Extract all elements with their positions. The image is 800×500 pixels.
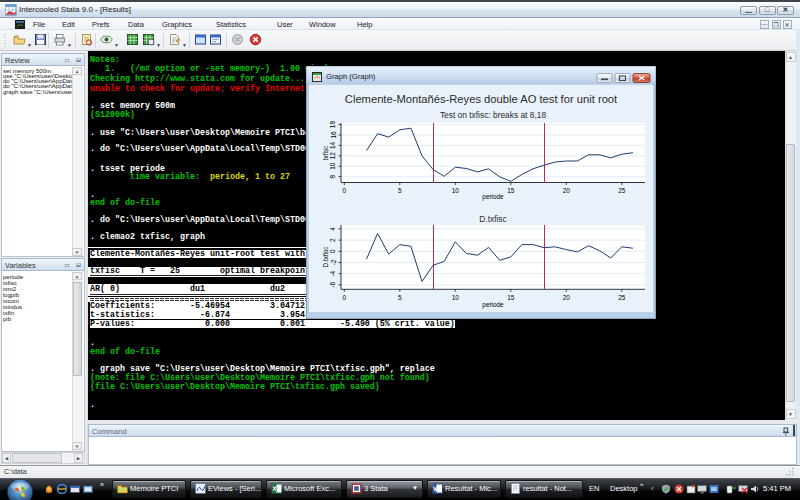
- svg-text:15: 15: [507, 187, 515, 194]
- svg-text:Test on txfisc: breaks at 8,18: Test on txfisc: breaks at 8,18: [440, 110, 546, 120]
- svg-text:txfisc: txfisc: [322, 145, 329, 160]
- svg-text:5: 5: [398, 294, 402, 301]
- svg-text:10: 10: [452, 294, 460, 301]
- svg-text:18: 18: [330, 121, 337, 129]
- svg-text:10: 10: [330, 162, 337, 170]
- svg-text:16: 16: [330, 131, 337, 139]
- svg-text:14: 14: [330, 141, 337, 149]
- svg-text:15: 15: [507, 294, 515, 301]
- svg-text:periode: periode: [482, 301, 504, 309]
- svg-text:25: 25: [618, 187, 626, 194]
- svg-text:-2: -2: [330, 259, 337, 265]
- svg-text:periode: periode: [482, 193, 504, 201]
- svg-text:2: 2: [330, 238, 337, 242]
- svg-text:D.txfisc: D.txfisc: [322, 246, 329, 268]
- svg-text:0: 0: [343, 187, 347, 194]
- svg-text:5: 5: [398, 187, 402, 194]
- svg-text:-6: -6: [330, 282, 337, 288]
- svg-text:4: 4: [330, 227, 337, 231]
- svg-text:12: 12: [330, 152, 337, 160]
- svg-text:25: 25: [618, 294, 626, 301]
- svg-text:20: 20: [563, 294, 571, 301]
- svg-text:0: 0: [330, 249, 337, 253]
- svg-text:8: 8: [330, 174, 337, 178]
- svg-text:D.txfisc: D.txfisc: [479, 214, 506, 224]
- svg-text:0: 0: [343, 294, 347, 301]
- svg-text:20: 20: [563, 187, 571, 194]
- svg-text:10: 10: [452, 187, 460, 194]
- svg-text:Graph (Graph): Graph (Graph): [326, 72, 376, 81]
- svg-text:-4: -4: [330, 270, 337, 276]
- svg-text:Clemente-Montañés-Reyes double: Clemente-Montañés-Reyes double AO test f…: [345, 93, 618, 105]
